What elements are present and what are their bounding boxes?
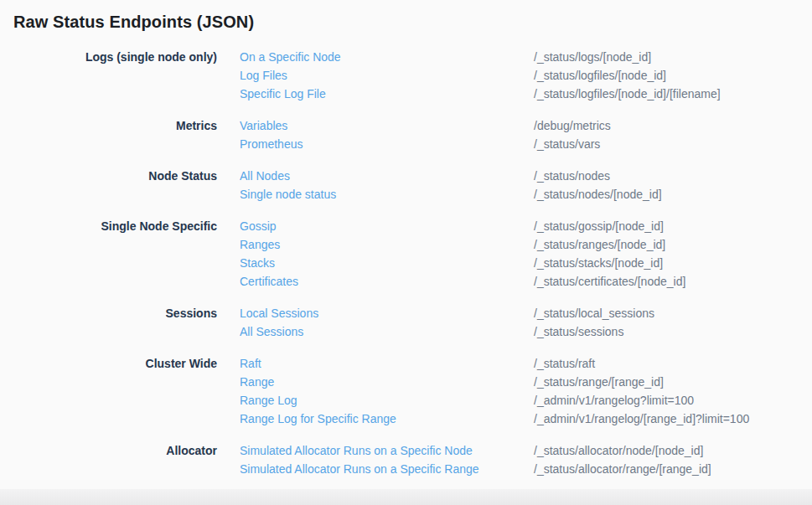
endpoint-group: Node Status All NodesSingle node status … — [13, 167, 812, 204]
endpoint-link[interactable]: Log Files — [240, 66, 534, 85]
path-list: /_status/gossip/[node_id]/_status/ranges… — [534, 217, 812, 291]
endpoint-link[interactable]: All Nodes — [240, 167, 534, 185]
category-label: Cluster Wide — [13, 354, 217, 373]
path-list: /_status/nodes/_status/nodes/[node_id] — [534, 167, 812, 204]
endpoint-group: Logs (single node only) On a Specific No… — [13, 48, 812, 103]
link-list: Local SessionsAll Sessions — [240, 304, 534, 341]
endpoint-link[interactable]: Single node status — [240, 185, 534, 204]
link-list: Simulated Allocator Runs on a Specific N… — [240, 441, 534, 478]
endpoint-path: /_status/allocator/node/[node_id] — [534, 441, 812, 460]
category-label: Logs (single node only) — [13, 48, 217, 66]
endpoint-path: /_status/raft — [534, 354, 812, 373]
endpoint-group: Sessions Local SessionsAll Sessions /_st… — [13, 304, 812, 341]
endpoint-link[interactable]: Gossip — [240, 217, 534, 235]
endpoint-path: /_status/local_sessions — [534, 304, 812, 322]
endpoint-groups: Logs (single node only) On a Specific No… — [13, 48, 812, 478]
link-list: GossipRangesStacksCertificates — [240, 217, 534, 291]
endpoint-link[interactable]: Range Log — [240, 391, 534, 410]
endpoint-group: Single Node Specific GossipRangesStacksC… — [13, 217, 812, 291]
endpoint-link[interactable]: Simulated Allocator Runs on a Specific R… — [240, 460, 534, 478]
endpoint-path: /_admin/v1/rangelog/[range_id]?limit=100 — [534, 410, 812, 428]
endpoint-group: Metrics VariablesPrometheus /debug/metri… — [13, 116, 812, 153]
endpoint-link[interactable]: Stacks — [240, 254, 534, 272]
endpoint-path: /_status/range/[range_id] — [534, 373, 812, 391]
path-list: /debug/metrics/_status/vars — [534, 116, 812, 153]
path-list: /_status/local_sessions/_status/sessions — [534, 304, 812, 341]
endpoint-link[interactable]: Simulated Allocator Runs on a Specific N… — [240, 441, 534, 460]
endpoint-path: /_status/allocator/range/[range_id] — [534, 460, 812, 478]
endpoint-path: /_status/certificates/[node_id] — [534, 272, 812, 291]
endpoint-link[interactable]: All Sessions — [240, 322, 534, 341]
endpoint-link[interactable]: Raft — [240, 354, 534, 373]
endpoint-path: /_status/logs/[node_id] — [534, 48, 812, 66]
category-label: Node Status — [13, 167, 217, 185]
endpoint-path: /_status/nodes — [534, 167, 812, 185]
category-label: Single Node Specific — [13, 217, 217, 235]
path-list: /_status/logs/[node_id]/_status/logfiles… — [534, 48, 812, 103]
endpoint-link[interactable]: Range Log for Specific Range — [240, 410, 534, 428]
endpoint-group: Cluster Wide RaftRangeRange LogRange Log… — [13, 354, 812, 428]
endpoint-path: /_status/nodes/[node_id] — [534, 185, 812, 204]
path-list: /_status/raft/_status/range/[range_id]/_… — [534, 354, 812, 428]
endpoint-path: /_status/ranges/[node_id] — [534, 235, 812, 254]
link-list: On a Specific NodeLog FilesSpecific Log … — [240, 48, 534, 103]
endpoint-link[interactable]: Certificates — [240, 272, 534, 291]
category-label: Sessions — [13, 304, 217, 322]
endpoint-path: /_admin/v1/rangelog?limit=100 — [534, 391, 812, 410]
link-list: VariablesPrometheus — [240, 116, 534, 153]
link-list: All NodesSingle node status — [240, 167, 534, 204]
raw-status-endpoints-page: Raw Status Endpoints (JSON) Logs (single… — [0, 0, 812, 505]
endpoint-path: /_status/vars — [534, 135, 812, 153]
footer-strip — [0, 489, 812, 505]
endpoint-path: /_status/gossip/[node_id] — [534, 217, 812, 235]
endpoint-path: /debug/metrics — [534, 116, 812, 135]
link-list: RaftRangeRange LogRange Log for Specific… — [240, 354, 534, 428]
category-label: Metrics — [13, 116, 217, 135]
endpoint-path: /_status/sessions — [534, 322, 812, 341]
endpoint-group: Allocator Simulated Allocator Runs on a … — [13, 441, 812, 478]
endpoint-path: /_status/logfiles/[node_id] — [534, 66, 812, 85]
endpoint-link[interactable]: Specific Log File — [240, 85, 534, 103]
endpoint-path: /_status/stacks/[node_id] — [534, 254, 812, 272]
endpoint-link[interactable]: Prometheus — [240, 135, 534, 153]
endpoint-link[interactable]: Variables — [240, 116, 534, 135]
category-label: Allocator — [13, 441, 217, 460]
endpoint-path: /_status/logfiles/[node_id]/[filename] — [534, 85, 812, 103]
endpoint-link[interactable]: On a Specific Node — [240, 48, 534, 66]
endpoint-link[interactable]: Ranges — [240, 235, 534, 254]
endpoint-link[interactable]: Local Sessions — [240, 304, 534, 322]
page-title: Raw Status Endpoints (JSON) — [13, 12, 812, 32]
path-list: /_status/allocator/node/[node_id]/_statu… — [534, 441, 812, 478]
endpoint-link[interactable]: Range — [240, 373, 534, 391]
